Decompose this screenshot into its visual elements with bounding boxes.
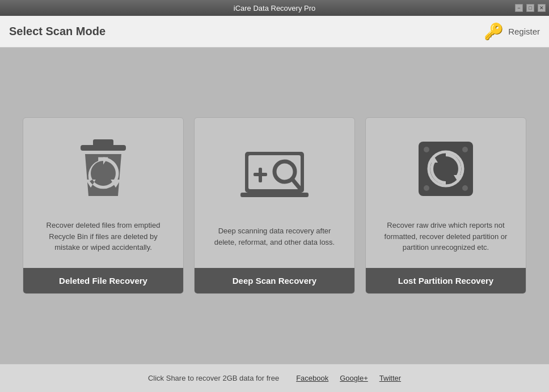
deep-scan-icon-area: Deep scanning data recovery after delete… <box>195 118 354 268</box>
header: Select Scan Mode 🔑 Register <box>0 16 549 48</box>
svg-point-11 <box>462 147 468 152</box>
svg-point-10 <box>424 147 429 152</box>
register-button[interactable]: 🔑 Register <box>484 22 540 41</box>
key-icon: 🔑 <box>484 22 504 41</box>
svg-rect-6 <box>254 173 267 176</box>
deep-scan-description: Deep scanning data recovery after delete… <box>204 225 345 257</box>
svg-rect-4 <box>240 193 309 197</box>
svg-point-12 <box>424 185 429 191</box>
deleted-file-description: Recover deleted files from emptied Recyc… <box>32 220 174 262</box>
deep-scan-label: Deep Scan Recovery <box>195 268 354 293</box>
svg-rect-1 <box>93 139 113 146</box>
twitter-link[interactable]: Twitter <box>379 374 401 382</box>
title-bar: iCare Data Recovery Pro − □ ✕ <box>0 0 549 16</box>
minimize-button[interactable]: − <box>515 4 523 12</box>
page-title: Select Scan Mode <box>9 25 105 38</box>
main-content: Recover deleted files from emptied Recyc… <box>0 48 549 364</box>
close-button[interactable]: ✕ <box>538 4 546 12</box>
window-controls[interactable]: − □ ✕ <box>515 4 546 12</box>
laptop-search-icon <box>235 135 314 216</box>
footer: Click Share to recover 2GB data for free… <box>0 364 549 392</box>
register-label: Register <box>508 27 540 36</box>
hdd-icon <box>406 129 485 211</box>
deleted-file-label: Deleted File Recovery <box>23 268 183 293</box>
facebook-link[interactable]: Facebook <box>296 374 328 382</box>
lost-partition-card[interactable]: Recover raw drive which reports not form… <box>365 117 526 294</box>
app-title: iCare Data Recovery Pro <box>234 4 316 12</box>
deleted-file-card[interactable]: Recover deleted files from emptied Recyc… <box>23 117 184 294</box>
recycle-bin-icon <box>64 129 143 211</box>
deep-scan-card[interactable]: Deep scanning data recovery after delete… <box>194 117 355 294</box>
maximize-button[interactable]: □ <box>526 4 534 12</box>
google-plus-link[interactable]: Google+ <box>340 374 368 382</box>
lost-partition-icon-area: Recover raw drive which reports not form… <box>366 118 526 268</box>
svg-point-13 <box>462 185 468 191</box>
social-links: Facebook Google+ Twitter <box>296 374 401 382</box>
lost-partition-description: Recover raw drive which reports not form… <box>375 220 517 262</box>
cards-container: Recover deleted files from emptied Recyc… <box>23 117 526 294</box>
promo-text: Click Share to recover 2GB data for free <box>148 374 279 382</box>
lost-partition-label: Lost Partition Recovery <box>366 268 526 293</box>
deleted-file-icon-area: Recover deleted files from emptied Recyc… <box>23 118 183 268</box>
